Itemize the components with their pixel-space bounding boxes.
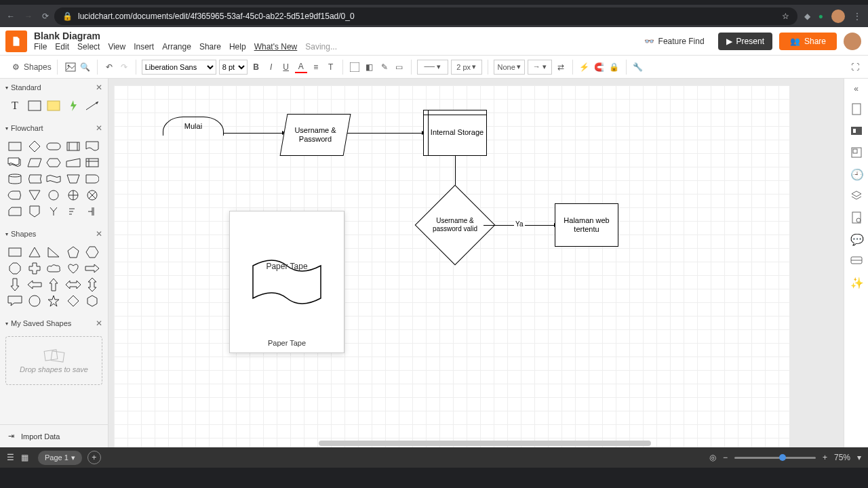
magic-icon[interactable]: ✨ — [850, 277, 863, 289]
bucket-icon[interactable]: ◧ — [363, 61, 376, 73]
underline-icon[interactable]: U — [280, 61, 292, 73]
sh-rtriangle[interactable] — [45, 245, 62, 259]
text-options-icon[interactable]: T — [325, 61, 337, 73]
fc-manual-op[interactable] — [65, 172, 81, 186]
text-color-icon[interactable]: A — [295, 61, 307, 73]
menu-view[interactable]: View — [108, 42, 125, 52]
sh-triangle[interactable] — [26, 245, 43, 259]
line-width-select[interactable]: 2 px ▾ — [451, 60, 482, 75]
fullscreen-icon[interactable]: ⛶ — [849, 61, 861, 73]
theme-icon[interactable] — [850, 125, 863, 137]
sh-arrow-lr[interactable] — [65, 278, 81, 291]
swap-icon[interactable]: ⇄ — [555, 61, 567, 73]
page-tab[interactable]: Page 1▾ — [38, 451, 82, 465]
zoom-in-icon[interactable]: + — [823, 453, 827, 462]
canvas-area[interactable]: Mulai Username & Password Internal Stora… — [108, 79, 844, 447]
zoom-out-icon[interactable]: − — [723, 453, 728, 462]
comments-icon[interactable]: 💬 — [850, 233, 863, 245]
zoom-value[interactable]: 75% — [834, 453, 850, 462]
align-icon[interactable]: ≡ — [310, 61, 322, 73]
fc-card[interactable] — [7, 205, 23, 218]
menu-whats-new[interactable]: What's New — [254, 42, 298, 52]
feature-find-button[interactable]: 👓 Feature Find — [637, 33, 711, 50]
history-icon[interactable]: 🕘 — [850, 168, 863, 180]
edge[interactable] — [347, 133, 422, 134]
menu-share[interactable]: Share — [199, 42, 221, 52]
sh-rect[interactable] — [7, 245, 23, 259]
bolt-icon[interactable]: ⚡ — [578, 61, 591, 73]
edge-label-yes[interactable]: Ya — [514, 220, 525, 228]
undo-icon[interactable]: ↶ — [103, 61, 115, 73]
shape-internal-storage[interactable]: Internal Storage — [423, 110, 487, 156]
nav-forward-icon[interactable]: → — [24, 12, 33, 21]
hotspot-tool[interactable] — [65, 99, 81, 113]
fc-summing[interactable] — [65, 188, 81, 202]
ext-icon-2[interactable]: ● — [818, 12, 823, 21]
sh-star[interactable] — [45, 294, 62, 308]
shapes-button[interactable]: ⚙ Shapes — [7, 60, 58, 75]
fc-database[interactable] — [7, 172, 23, 186]
star-icon[interactable]: ☆ — [782, 12, 789, 21]
sh-arrow-up[interactable] — [45, 278, 62, 291]
menu-insert[interactable]: Insert — [134, 42, 154, 52]
fc-or[interactable] — [84, 188, 100, 202]
zoom-slider[interactable] — [734, 457, 816, 459]
slide-icon[interactable] — [850, 255, 863, 267]
line-start-select[interactable]: None ▾ — [494, 60, 525, 75]
lucidchart-logo-icon[interactable] — [5, 30, 27, 52]
page-properties-icon[interactable] — [850, 103, 863, 115]
navigator-icon[interactable] — [850, 146, 863, 159]
user-avatar-icon[interactable] — [844, 33, 861, 50]
sh-circle[interactable] — [26, 294, 43, 308]
find-doc-icon[interactable] — [850, 211, 863, 224]
close-icon[interactable]: ✕ — [96, 229, 102, 239]
wrench-icon[interactable]: 🔧 — [632, 61, 644, 73]
document-title[interactable]: Blank Diagram — [34, 31, 337, 41]
shapes-section-header[interactable]: ▾Shapes ✕ — [0, 225, 108, 243]
close-icon[interactable]: ✕ — [96, 319, 102, 328]
collapse-dock-icon[interactable]: « — [854, 84, 859, 94]
grid-view-icon[interactable]: ▦ — [21, 453, 28, 462]
shape-data[interactable]: Username & Password — [283, 114, 347, 156]
shape-process[interactable]: Halaman web tertentu — [555, 203, 618, 247]
bold-icon[interactable]: B — [250, 61, 262, 73]
sh-diamond[interactable] — [65, 294, 81, 308]
canvas-page[interactable]: Mulai Username & Password Internal Stora… — [114, 85, 789, 447]
line-end-select[interactable]: → ▾ — [528, 60, 552, 75]
zoom-dropdown-icon[interactable]: ▾ — [857, 453, 861, 462]
fc-collate[interactable] — [45, 205, 62, 218]
flowchart-section-header[interactable]: ▾Flowchart ✕ — [0, 119, 108, 137]
magnet-icon[interactable]: 🧲 — [593, 61, 606, 73]
text-tool[interactable]: T — [7, 99, 23, 113]
horizontal-scrollbar[interactable] — [319, 441, 651, 446]
fc-display[interactable] — [7, 188, 23, 202]
url-bar[interactable]: 🔒 lucidchart.com/documents/edit/4f365965… — [54, 7, 797, 25]
close-icon[interactable]: ✕ — [96, 83, 102, 92]
sh-cross[interactable] — [26, 262, 43, 275]
menu-arrange[interactable]: Arrange — [162, 42, 191, 52]
block-tool[interactable] — [26, 99, 43, 113]
sh-pentagon[interactable] — [65, 245, 81, 259]
image-icon[interactable] — [64, 61, 77, 73]
shape-decision[interactable]: Username & password valid — [427, 197, 484, 253]
note-tool[interactable] — [45, 99, 62, 113]
sh-octagon[interactable] — [7, 262, 23, 275]
fc-delay[interactable] — [84, 172, 100, 186]
sh-hexagon[interactable] — [84, 245, 100, 259]
zoom-fit-icon[interactable]: ◎ — [709, 453, 716, 462]
sh-arrow-left[interactable] — [26, 278, 43, 291]
fc-terminator[interactable] — [45, 140, 62, 153]
italic-icon[interactable]: I — [265, 61, 277, 73]
redo-icon[interactable]: ↷ — [118, 61, 130, 73]
layers-icon[interactable] — [850, 190, 863, 202]
line-tool[interactable] — [84, 99, 100, 113]
font-size-select[interactable]: 8 pt — [219, 60, 248, 75]
fc-sort[interactable] — [65, 205, 81, 218]
fill-icon[interactable] — [349, 61, 361, 73]
shape-terminator[interactable]: Mulai — [163, 117, 224, 136]
add-page-button[interactable]: + — [87, 451, 101, 464]
fc-internal-storage[interactable] — [84, 156, 100, 169]
fc-process[interactable] — [7, 140, 23, 153]
menu-edit[interactable]: Edit — [55, 42, 69, 52]
kebab-menu-icon[interactable]: ⋮ — [853, 12, 861, 21]
